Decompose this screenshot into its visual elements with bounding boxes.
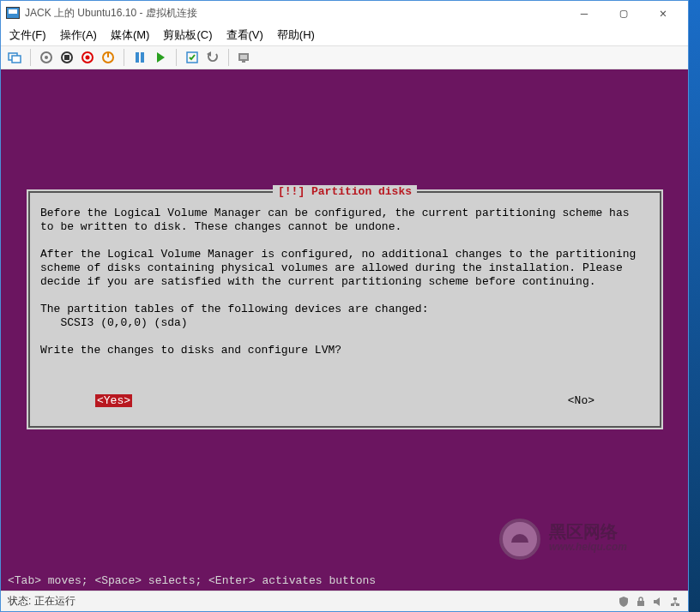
menu-clipboard[interactable]: 剪贴板(C) xyxy=(163,27,212,43)
svg-point-3 xyxy=(45,56,48,59)
no-button[interactable]: <No> xyxy=(568,394,594,407)
status-bar: 状态: 正在运行 xyxy=(1,591,688,611)
desktop-background xyxy=(689,0,700,612)
menu-bar: 文件(F) 操作(A) 媒体(M) 剪贴板(C) 查看(V) 帮助(H) xyxy=(1,25,688,45)
vm-connection-window: JACK 上的 Ubuntu16.10 - 虚拟机连接 — ▢ ✕ 文件(F) … xyxy=(0,0,689,612)
svg-marker-19 xyxy=(654,597,660,606)
menu-file[interactable]: 文件(F) xyxy=(9,27,46,43)
play-icon[interactable] xyxy=(152,49,169,66)
yes-button[interactable]: <Yes> xyxy=(95,394,132,407)
svg-rect-16 xyxy=(240,55,247,59)
toolbar xyxy=(1,45,688,69)
minimize-button[interactable]: — xyxy=(564,1,604,25)
watermark-text2: www.heiqu.com xyxy=(549,539,627,555)
network-icon xyxy=(669,596,681,608)
status-value: 正在运行 xyxy=(34,594,75,609)
close-button[interactable]: ✕ xyxy=(643,1,683,25)
svg-marker-12 xyxy=(157,52,165,63)
app-icon xyxy=(6,7,20,19)
start-icon[interactable] xyxy=(38,49,55,66)
audio-icon xyxy=(652,596,664,608)
maximize-button[interactable]: ▢ xyxy=(604,1,643,25)
svg-rect-10 xyxy=(136,52,139,63)
reset-icon[interactable] xyxy=(100,49,117,66)
watermark: 黑区网络 www.heiqu.com xyxy=(499,513,671,565)
keybinding-hint: <Tab> moves; <Space> selects; <Enter> ac… xyxy=(8,574,376,587)
svg-rect-22 xyxy=(673,597,677,600)
shutdown-icon[interactable] xyxy=(79,49,96,66)
menu-media[interactable]: 媒体(M) xyxy=(111,27,150,43)
window-title: JACK 上的 Ubuntu16.10 - 虚拟机连接 xyxy=(25,6,564,21)
ctrl-alt-del-button[interactable] xyxy=(6,49,23,66)
turnoff-icon[interactable] xyxy=(58,49,75,66)
dialog-title: [!!] Partition disks xyxy=(273,185,417,198)
lock-icon xyxy=(635,596,647,608)
dialog-body: Before the Logical Volume Manager can be… xyxy=(40,207,649,357)
vm-screen[interactable]: [!!] Partition disks Before the Logical … xyxy=(1,69,688,591)
enhanced-session-icon[interactable] xyxy=(236,49,253,66)
security-icon xyxy=(618,596,630,608)
watermark-text1: 黑区网络 xyxy=(549,522,618,541)
pause-icon[interactable] xyxy=(131,49,148,66)
svg-rect-18 xyxy=(637,601,644,606)
revert-icon[interactable] xyxy=(204,49,221,66)
svg-rect-11 xyxy=(141,52,144,63)
svg-rect-1 xyxy=(12,56,21,63)
svg-rect-5 xyxy=(64,55,69,60)
watermark-logo-icon xyxy=(499,519,540,560)
menu-help[interactable]: 帮助(H) xyxy=(277,27,315,43)
menu-view[interactable]: 查看(V) xyxy=(226,27,263,43)
titlebar: JACK 上的 Ubuntu16.10 - 虚拟机连接 — ▢ ✕ xyxy=(1,1,688,25)
svg-point-7 xyxy=(86,56,90,60)
status-label: 状态: xyxy=(8,594,31,609)
checkpoint-icon[interactable] xyxy=(184,49,201,66)
svg-rect-17 xyxy=(242,61,245,63)
menu-action[interactable]: 操作(A) xyxy=(60,27,97,43)
partition-dialog: [!!] Partition disks Before the Logical … xyxy=(27,189,663,429)
guest-console[interactable]: [!!] Partition disks Before the Logical … xyxy=(1,69,688,591)
